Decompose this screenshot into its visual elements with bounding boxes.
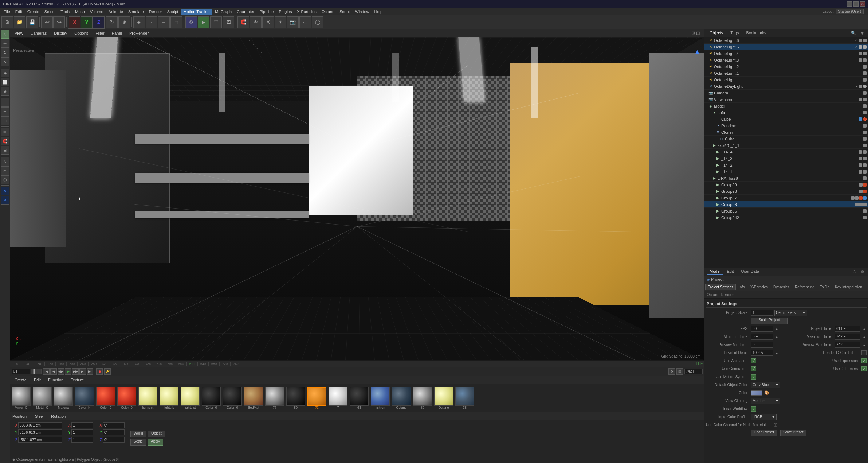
mat-fish[interactable]: fish on <box>370 387 390 409</box>
mat-lights-ct1[interactable]: lights ct <box>138 387 158 409</box>
menu-xparticles[interactable]: X-Particles <box>295 9 319 15</box>
props-userdata-tab[interactable]: User Data <box>738 268 762 275</box>
mintime-arrow[interactable]: ▲ <box>774 335 779 339</box>
open-btn[interactable]: 📁 <box>14 16 25 28</box>
scale-btn[interactable]: ⊕ <box>118 16 130 28</box>
mat-80b[interactable]: 80 <box>412 387 433 409</box>
preview-max-arrow[interactable]: ▲ <box>862 343 867 347</box>
menu-volume[interactable]: Volume <box>88 9 106 15</box>
size-x-field[interactable]: 1 <box>71 422 93 428</box>
obj-skb[interactable]: ▶ skb275_1_1 <box>704 142 868 149</box>
obj-random[interactable]: ~ Random <box>704 122 868 129</box>
preview-max-field[interactable]: 742 F <box>835 342 860 348</box>
record-btn[interactable]: ⏺ <box>96 368 103 375</box>
options-tab[interactable]: Options <box>72 31 90 36</box>
use-motion-check[interactable]: ✓ <box>751 374 756 380</box>
poly-mode-btn[interactable]: ◻ <box>170 16 182 28</box>
obj-octanelight4[interactable]: ☀ OctaneLight.4 <box>704 50 868 57</box>
texture-btn[interactable]: ⬜ <box>1 78 9 86</box>
x-axis-btn[interactable]: X <box>69 16 80 28</box>
render-picture-viewer-btn[interactable]: 🖼 <box>223 16 234 28</box>
tab-objects[interactable]: Objects <box>707 30 726 36</box>
startup-user-btn[interactable]: Startup (User) <box>836 9 864 14</box>
props-tab-dynamics[interactable]: Dynamics <box>771 284 792 290</box>
menu-file[interactable]: File <box>1 9 12 15</box>
obj-octanelight5[interactable]: ☀ OctaneLight.5 ✓ <box>704 44 868 50</box>
rot-x-field[interactable]: 0° <box>103 422 125 428</box>
scale-attr-btn[interactable]: Scale <box>130 439 146 446</box>
color-profile-dropdown[interactable]: sRGB ▼ <box>751 414 777 420</box>
menu-motion-tracker[interactable]: Motion Tracker <box>181 9 212 15</box>
props-tab-key-interp[interactable]: Key Interpolation <box>832 284 865 290</box>
mat-mirror[interactable]: Mirror_C <box>11 387 31 409</box>
edge-tool[interactable]: ━ <box>1 107 9 116</box>
mat-73[interactable]: 73 <box>307 387 327 409</box>
scale-tool[interactable]: ⤡ <box>1 57 9 66</box>
light-btn[interactable]: ☀ <box>275 16 286 28</box>
mat-function-tab[interactable]: Function <box>46 377 66 382</box>
objects-list[interactable]: ☀ OctaneLight.6 ✓ ☀ OctaneLight.5 ✓ <box>704 37 868 268</box>
spline-tool[interactable]: ∿ <box>1 157 9 166</box>
render-btn[interactable]: ▶ <box>198 16 209 28</box>
obj-group99[interactable]: ▶ Group99 <box>704 182 868 188</box>
save-preset-btn[interactable]: Save Preset <box>780 430 806 436</box>
next-frame-btn[interactable]: ▶| <box>79 368 86 375</box>
scale-field[interactable]: 1 <box>751 310 773 316</box>
point-tool[interactable]: · <box>1 98 9 107</box>
pos-z-field[interactable]: -5811.077 cm <box>18 437 62 443</box>
mat-color0b[interactable]: Color_0 <box>117 387 137 409</box>
obj-14-3[interactable]: ▶ _14_3 <box>704 155 868 162</box>
minimize-btn[interactable]: ─ <box>847 1 852 7</box>
obj-octanelight1[interactable]: ☀ OctaneLight.1 <box>704 70 868 77</box>
object-btn[interactable]: Object <box>148 431 165 437</box>
display-tab[interactable]: Display <box>52 31 69 36</box>
floor-btn[interactable]: ▭ <box>299 16 311 28</box>
viewport[interactable]: View Cameras Display Options Filter Pane… <box>10 29 704 360</box>
pos-y-field[interactable]: 3106.613 cm <box>18 429 62 435</box>
select-tool[interactable]: ↖ <box>1 30 9 39</box>
menu-character[interactable]: Character <box>235 9 256 15</box>
mat-octane1[interactable]: Octane <box>391 387 412 409</box>
obj-octanedaylight[interactable]: ☀ OctaneDayLight ● <box>704 83 868 90</box>
menu-window[interactable]: Window <box>353 9 371 15</box>
redo-btn[interactable]: ↪ <box>53 16 65 28</box>
camera-btn[interactable]: 📷 <box>287 16 299 28</box>
color-picker-icon[interactable]: 🎨 <box>764 390 769 395</box>
rot-y-field[interactable]: 0° <box>103 429 125 435</box>
props-tab-todo[interactable]: To Do <box>817 284 832 290</box>
mat-color0c[interactable]: Color_0 <box>201 387 221 409</box>
menu-sculpt[interactable]: Sculpt <box>165 9 181 15</box>
maxtime-field[interactable]: 742 F <box>835 334 860 340</box>
props-tab-xparticles[interactable]: X-Particles <box>748 284 770 290</box>
mat-color0d[interactable]: Color_0 <box>222 387 243 409</box>
world-btn[interactable]: World <box>130 431 146 437</box>
viewport-solo-btn[interactable]: 👁 <box>250 16 262 28</box>
prev-frame-btn[interactable]: ◀ <box>50 368 57 375</box>
obj-lira[interactable]: ▶ LIRA_fra28 <box>704 175 868 182</box>
tab-bookmarks[interactable]: Bookmarks <box>743 30 769 36</box>
mat-77[interactable]: 77 <box>264 387 285 409</box>
mintime-field[interactable]: 0 F <box>751 334 773 340</box>
lod-arrow[interactable]: ▲ <box>774 351 779 355</box>
props-edit-tab[interactable]: Edit <box>724 268 737 275</box>
obj-clone[interactable]: ⊕ Cloner <box>704 129 868 136</box>
rot-z-field[interactable]: 0° <box>103 437 125 443</box>
objects-filter-icon[interactable]: ▼ <box>859 30 866 36</box>
size-z-field[interactable]: 1 <box>71 437 93 443</box>
props-tab-project-settings[interactable]: Project Settings <box>705 284 736 290</box>
mat-color0a[interactable]: Color_0 <box>95 387 116 409</box>
auto-keyframe-btn[interactable]: 🔑 <box>104 368 111 375</box>
pos-x-field[interactable]: 3333.071 cm <box>18 422 62 428</box>
undo-btn[interactable]: ↩ <box>41 16 53 28</box>
use-expression-check[interactable]: ✓ <box>861 358 867 363</box>
obj-14-4[interactable]: ▶ _14_4 <box>704 149 868 155</box>
filter-tab[interactable]: Filter <box>93 31 106 36</box>
obj-octanelight[interactable]: ☀ OctaneLight <box>704 77 868 83</box>
use-deformers-check[interactable]: ✓ <box>861 366 867 371</box>
poly-tool[interactable]: ◻ <box>1 116 9 125</box>
menu-select[interactable]: Select <box>42 9 58 15</box>
play-reverse-btn[interactable]: ◀▶ <box>58 368 64 375</box>
render-settings-btn[interactable]: ⚙ <box>185 16 197 28</box>
sky-btn[interactable]: ◯ <box>312 16 323 28</box>
magnet-tool[interactable]: 🧲 <box>1 137 9 145</box>
